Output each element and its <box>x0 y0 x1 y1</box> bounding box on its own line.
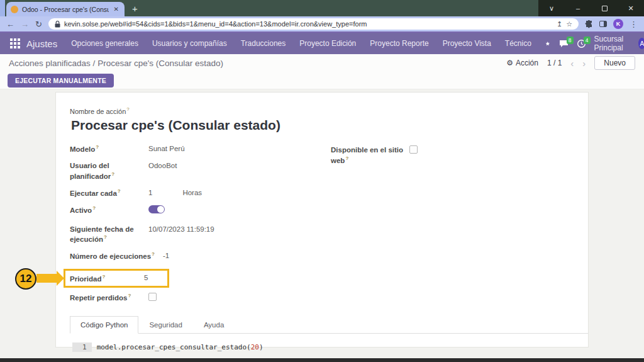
pager-prev-icon[interactable]: ‹ <box>570 58 574 69</box>
pager-next-icon[interactable]: › <box>582 58 586 69</box>
activities-button[interactable]: 4 <box>577 40 586 48</box>
disponible-checkbox[interactable] <box>409 145 418 154</box>
new-button[interactable]: Nuevo <box>594 56 635 70</box>
action-menu-label: Acción <box>516 59 538 67</box>
field-row-siguiente: Siguiente fecha de ejecución? 10/07/2023… <box>70 225 321 245</box>
tab-close-icon[interactable]: ✕ <box>113 6 120 13</box>
menu-traducciones[interactable]: Traducciones <box>241 39 286 48</box>
field-row-repetir: Repetir perdidos? <box>70 293 321 303</box>
side-panel-icon[interactable] <box>599 21 607 27</box>
url-text[interactable]: kevin.solse.pe/web#id=54&cids=1&bids=1&m… <box>64 20 553 28</box>
modelo-label: Modelo? <box>70 144 148 154</box>
field-row-usuario: Usuario del planificador? OdooBot <box>70 161 321 181</box>
help-mark: ? <box>128 293 131 298</box>
annotation-step-circle: 12 <box>15 268 36 290</box>
prioridad-highlight-box: 12 Prioridad? 5 <box>64 269 169 288</box>
browser-toolbar: ← → ↻ kevin.solse.pe/web#id=54&cids=1&bi… <box>0 16 644 31</box>
usuario-label: Usuario del planificador? <box>70 161 148 181</box>
siguiente-field[interactable]: 10/07/2023 11:59:19 <box>148 225 214 245</box>
favorites-star-icon[interactable] <box>545 40 550 48</box>
interval-number[interactable]: 1 <box>148 189 152 196</box>
disponible-label: Disponible en el sitio web? <box>331 145 409 166</box>
action-menu-button[interactable]: ⚙ Acción <box>506 59 538 67</box>
breadcrumb-current: Procesar cpe's (Consular estado) <box>97 59 223 68</box>
menu-usuarios-companias[interactable]: Usuarios y compañías <box>152 39 227 48</box>
restore-glyph <box>602 6 608 11</box>
code-line[interactable]: model.procesar_cpes_consultar_estado(20) <box>97 342 264 351</box>
activo-toggle[interactable] <box>148 205 165 213</box>
url-bar[interactable]: kevin.solse.pe/web#id=54&cids=1&bids=1&m… <box>48 18 579 30</box>
modelo-field[interactable]: Sunat Perú <box>148 144 185 154</box>
notebook-tabs: Código Python Seguridad Ayuda <box>70 315 588 334</box>
browser-tab-strip: Odoo - Procesar cpe's (Consular ✕ + ∨ – … <box>0 0 644 16</box>
status-bar: EJECUTAR MANUALMENTE <box>0 72 644 89</box>
code-line-number: 1 <box>72 342 92 352</box>
menu-proyecto-edicion[interactable]: Proyecto Edición <box>299 39 356 48</box>
breadcrumb-separator: / <box>93 59 96 68</box>
help-mark: ? <box>152 251 155 257</box>
interval-unit[interactable]: Horas <box>182 189 202 196</box>
bookmark-star-icon[interactable]: ☆ <box>566 20 572 28</box>
repetir-checkbox[interactable] <box>148 293 157 301</box>
form-view: Nombre de acción? Procesar cpe's (Consul… <box>0 89 644 358</box>
back-icon[interactable]: ← <box>6 20 14 29</box>
run-manually-button[interactable]: EJECUTAR MANUALMENTE <box>8 74 114 88</box>
prioridad-label: Prioridad? <box>70 274 144 283</box>
window-close-icon[interactable]: ✕ <box>618 0 644 16</box>
browser-menu-icon[interactable]: ⋮ <box>630 20 638 29</box>
browser-tab[interactable]: Odoo - Procesar cpe's (Consular ✕ <box>6 2 125 16</box>
menu-proyecto-vista[interactable]: Proyecto Vista <box>443 39 491 48</box>
ejecutar-label: Ejecutar cada? <box>70 188 148 198</box>
refresh-icon[interactable]: ↻ <box>35 20 42 29</box>
repetir-label: Repetir perdidos? <box>70 293 148 303</box>
messages-badge: 8 <box>567 37 574 45</box>
ejecutar-field[interactable]: 1Horas <box>148 188 202 198</box>
action-name-field[interactable]: Procesar cpe's (Consular estado) <box>71 118 588 133</box>
screen-bottom-bar <box>0 358 644 362</box>
apps-grid-icon[interactable] <box>10 38 20 48</box>
company-switcher[interactable]: Sucursal Principal <box>594 35 630 52</box>
code-editor[interactable]: 1 model.procesar_cpes_consultar_estado(2… <box>70 334 588 352</box>
field-row-disponible: Disponible en el sitio web? <box>331 145 507 166</box>
field-row-activo: Activo? <box>70 205 321 215</box>
help-mark: ? <box>111 171 114 177</box>
window-minimize-icon[interactable]: – <box>565 0 591 16</box>
window-edge <box>0 0 5 16</box>
tab-seguridad[interactable]: Seguridad <box>138 316 192 334</box>
help-mark: ? <box>126 106 129 112</box>
systray: 8 4 Sucursal Principal A Administrator (… <box>545 35 644 52</box>
help-mark: ? <box>104 234 107 240</box>
menu-tecnico[interactable]: Técnico <box>505 39 531 48</box>
new-tab-button[interactable]: + <box>132 3 138 14</box>
code-number-literal: 20 <box>251 343 259 351</box>
extensions-puzzle-icon[interactable] <box>585 20 593 28</box>
control-panel-right: ⚙ Acción 1 / 1 ‹ › Nuevo <box>506 56 635 70</box>
tab-ayuda[interactable]: Ayuda <box>193 316 235 334</box>
forward-icon[interactable]: → <box>21 20 29 29</box>
menu-opciones-generales[interactable]: Opciones generales <box>71 39 138 48</box>
user-avatar[interactable]: A <box>638 38 644 49</box>
breadcrumb-parent[interactable]: Acciones planificadas <box>9 59 91 68</box>
window-restore-icon[interactable] <box>591 0 618 16</box>
numero-field[interactable]: -1 <box>163 251 169 261</box>
window-menu-icon[interactable]: ∨ <box>538 0 565 16</box>
help-mark: ? <box>92 205 96 211</box>
field-row-numero: Número de ejecuciones? -1 <box>70 251 321 261</box>
app-name[interactable]: Ajustes <box>26 38 57 49</box>
browser-profile-avatar[interactable]: K <box>613 19 623 29</box>
prioridad-field[interactable]: 5 <box>144 274 148 283</box>
form-sheet: Nombre de acción? Procesar cpe's (Consul… <box>55 92 589 348</box>
tab-codigo-python[interactable]: Código Python <box>70 316 138 334</box>
menu-proyecto-reporte[interactable]: Proyecto Reporte <box>370 39 428 48</box>
usuario-field[interactable]: OdooBot <box>148 161 177 181</box>
odoo-navbar: Ajustes Opciones generales Usuarios y co… <box>0 33 644 54</box>
activo-label: Activo? <box>70 205 148 215</box>
messages-button[interactable]: 8 <box>559 40 569 48</box>
share-icon[interactable]: ↥ <box>557 20 562 28</box>
gear-icon: ⚙ <box>506 59 513 67</box>
lock-icon <box>55 21 60 28</box>
siguiente-label: Siguiente fecha de ejecución? <box>70 225 148 245</box>
control-panel: Acciones planificadas / Procesar cpe's (… <box>0 54 644 72</box>
window-controls: ∨ – ✕ <box>538 0 644 16</box>
breadcrumb: Acciones planificadas / Procesar cpe's (… <box>9 59 223 68</box>
